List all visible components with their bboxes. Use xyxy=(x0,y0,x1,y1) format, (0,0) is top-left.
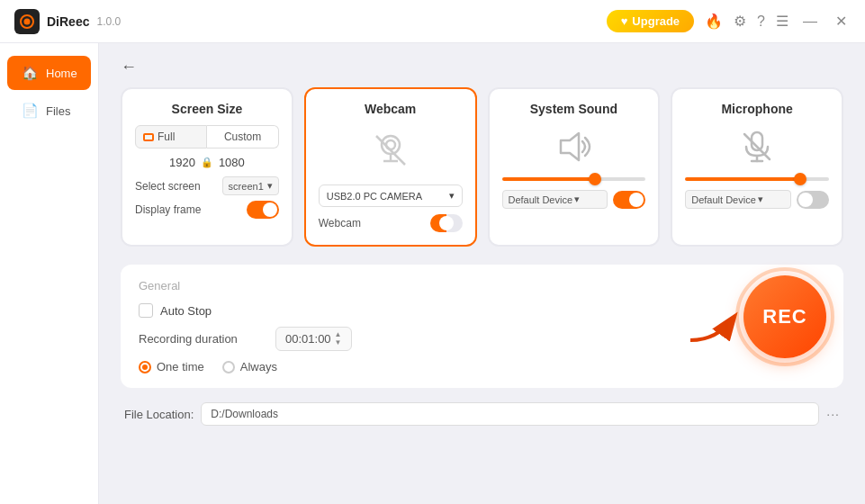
upgrade-heart-icon: ♥ xyxy=(621,14,628,28)
webcam-toggle-label: Webcam xyxy=(319,217,361,230)
back-arrow-icon: ← xyxy=(121,58,137,76)
screen-dropdown[interactable]: screen1 ▾ xyxy=(222,176,279,195)
microphone-device-value: Default Device xyxy=(691,194,756,205)
rec-ring: REC xyxy=(735,267,834,366)
settings-circle-icon[interactable]: ⚙ xyxy=(734,13,746,30)
webcam-device-value: USB2.0 PC CAMERA xyxy=(327,191,422,202)
menu-icon[interactable]: ☰ xyxy=(776,13,788,30)
always-radio-circle xyxy=(222,361,235,374)
toggle-knob xyxy=(263,202,277,217)
files-icon: 📄 xyxy=(22,103,39,119)
custom-size-button[interactable]: Custom xyxy=(207,125,278,148)
webcam-device-dropdown[interactable]: USB2.0 PC CAMERA ▾ xyxy=(319,184,463,207)
size-buttons: Full Custom xyxy=(135,125,279,148)
titlebar: DiReec 1.0.0 ♥ Upgrade 🔥 ⚙ ? ☰ — ✕ xyxy=(0,0,865,43)
display-frame-toggle[interactable] xyxy=(247,201,279,219)
svg-point-1 xyxy=(24,18,31,24)
webcam-card: Webcam xyxy=(304,87,477,247)
rec-label: REC xyxy=(762,305,806,328)
display-frame-row: Display frame xyxy=(135,201,279,219)
microphone-card: Microphone xyxy=(671,87,843,247)
webcam-chevron-icon: ▾ xyxy=(449,190,455,202)
main-layout: 🏠 Home 📄 Files ← Screen Size Full xyxy=(0,43,865,504)
mic-icon-wrap xyxy=(685,125,829,168)
full-label: Full xyxy=(158,130,175,143)
volume-thumb xyxy=(589,173,601,185)
volume-track xyxy=(502,177,646,181)
titlebar-left: DiReec 1.0.0 xyxy=(14,9,121,34)
dimensions-row: 1920 🔒 1080 xyxy=(135,156,279,169)
duration-spinners[interactable]: ▲ ▼ xyxy=(335,331,342,346)
webcam-icon xyxy=(365,125,416,176)
upgrade-label: Upgrade xyxy=(632,14,680,28)
rec-button[interactable]: REC xyxy=(743,275,826,358)
bottom-area: File Location: ··· xyxy=(121,402,843,426)
duration-value: 00:01:00 xyxy=(285,332,331,346)
duration-down-button[interactable]: ▼ xyxy=(335,339,342,346)
mic-volume-thumb xyxy=(794,173,806,185)
one-time-radio-circle xyxy=(139,361,151,374)
general-section-title: General xyxy=(139,279,825,292)
svg-marker-7 xyxy=(561,133,579,160)
auto-stop-label: Auto Stop xyxy=(160,304,212,318)
minimize-button[interactable]: — xyxy=(799,12,821,32)
app-name: DiReec xyxy=(47,14,89,29)
sidebar-item-home-label: Home xyxy=(46,67,77,80)
file-location-more-button[interactable]: ··· xyxy=(826,407,840,421)
screen-dropdown-value: screen1 xyxy=(229,181,264,192)
arrow-wrapper xyxy=(681,300,744,348)
one-time-label: One time xyxy=(157,360,204,374)
recording-duration-label: Recording duration xyxy=(139,332,265,346)
webcam-toggle[interactable] xyxy=(430,214,463,232)
file-location-input[interactable] xyxy=(201,402,819,426)
system-sound-toggle[interactable] xyxy=(613,191,645,209)
webcam-icon-wrap xyxy=(319,125,463,176)
chevron-down-icon: ▾ xyxy=(267,180,273,192)
microphone-icon xyxy=(735,125,779,168)
microphone-volume[interactable] xyxy=(685,177,829,181)
system-sound-card: System Sound Default Device xyxy=(488,87,661,247)
app-version: 1.0.0 xyxy=(96,15,121,28)
sidebar-item-files[interactable]: 📄 Files xyxy=(7,94,91,128)
always-label: Always xyxy=(240,360,277,374)
width-value: 1920 xyxy=(169,156,195,169)
sidebar-item-home[interactable]: 🏠 Home xyxy=(7,56,91,90)
flame-icon[interactable]: 🔥 xyxy=(705,13,723,30)
back-button[interactable]: ← xyxy=(121,58,137,76)
upgrade-button[interactable]: ♥ Upgrade xyxy=(607,10,694,32)
system-sound-device-value: Default Device xyxy=(509,194,573,205)
system-sound-volume[interactable] xyxy=(502,177,646,181)
close-button[interactable]: ✕ xyxy=(832,11,851,32)
frequency-row: One time Always xyxy=(139,360,825,374)
height-value: 1080 xyxy=(219,156,245,169)
microphone-device-row: Default Device ▾ xyxy=(685,190,829,209)
webcam-toggle-knob xyxy=(439,216,454,230)
display-frame-label: Display frame xyxy=(135,203,201,216)
help-icon[interactable]: ? xyxy=(757,14,765,30)
sound-icon-wrap xyxy=(502,125,646,168)
webcam-toggle-row: Webcam xyxy=(319,214,463,232)
mic-toggle-knob xyxy=(798,193,813,207)
speaker-icon xyxy=(552,125,595,168)
system-sound-device-dropdown[interactable]: Default Device ▾ xyxy=(502,190,608,209)
select-screen-row: Select screen screen1 ▾ xyxy=(135,176,279,195)
duration-up-button[interactable]: ▲ xyxy=(335,331,342,338)
one-time-radio[interactable]: One time xyxy=(139,360,204,374)
always-radio[interactable]: Always xyxy=(222,360,277,374)
system-sound-toggle-knob xyxy=(629,193,644,207)
recording-duration-input[interactable]: 00:01:00 ▲ ▼ xyxy=(275,327,352,351)
titlebar-right: ♥ Upgrade 🔥 ⚙ ? ☰ — ✕ xyxy=(607,10,851,32)
screen-size-card: Screen Size Full Custom 1920 🔒 1080 xyxy=(121,87,293,247)
custom-label: Custom xyxy=(224,130,261,143)
webcam-title: Webcam xyxy=(319,102,463,116)
microphone-toggle[interactable] xyxy=(797,191,829,209)
select-screen-label: Select screen xyxy=(135,180,201,193)
full-size-button[interactable]: Full xyxy=(135,125,207,148)
home-icon: 🏠 xyxy=(22,65,39,81)
microphone-device-dropdown[interactable]: Default Device ▾ xyxy=(685,190,791,209)
lock-icon: 🔒 xyxy=(201,157,213,168)
full-icon xyxy=(143,133,154,141)
file-location-row: File Location: ··· xyxy=(121,402,843,426)
system-sound-device-row: Default Device ▾ xyxy=(502,190,646,209)
auto-stop-checkbox[interactable] xyxy=(139,303,153,318)
